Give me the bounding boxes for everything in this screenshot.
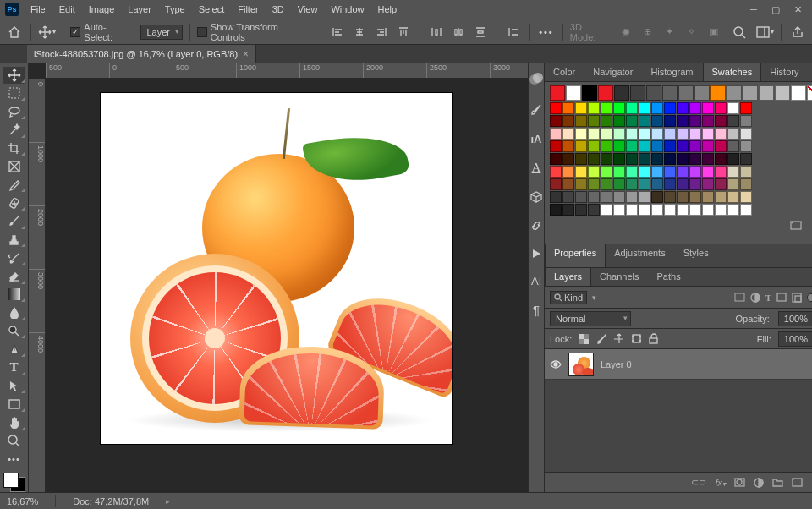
filter-adjust-icon[interactable] — [750, 293, 760, 303]
swatch[interactable] — [727, 166, 739, 178]
swatch[interactable] — [562, 178, 574, 190]
cube-dock-icon[interactable] — [529, 190, 543, 204]
swatch[interactable] — [639, 191, 650, 203]
workspace-icon[interactable]: ▾ — [755, 23, 774, 41]
swatch[interactable] — [550, 115, 562, 127]
distribute-center-icon[interactable] — [449, 23, 468, 41]
mask-icon[interactable] — [734, 478, 745, 487]
tab-navigator[interactable]: Navigator — [584, 63, 642, 81]
swatch[interactable] — [715, 178, 727, 190]
swatch[interactable] — [550, 85, 565, 101]
swatch[interactable] — [575, 191, 587, 203]
swatch[interactable] — [626, 128, 638, 140]
swatch[interactable] — [740, 140, 752, 152]
swatch[interactable] — [614, 85, 629, 101]
menu-window[interactable]: Window — [324, 2, 370, 17]
swatch[interactable] — [740, 128, 752, 140]
swatch[interactable] — [601, 153, 612, 165]
swatch[interactable] — [639, 102, 650, 114]
swatch[interactable] — [740, 191, 752, 203]
swatch[interactable] — [651, 153, 663, 165]
swatch[interactable] — [626, 204, 638, 216]
swatch[interactable] — [601, 128, 612, 140]
swatch[interactable] — [651, 166, 663, 178]
eyedropper-tool[interactable] — [3, 177, 25, 194]
swatch[interactable] — [613, 178, 625, 190]
layer-row[interactable]: Layer 0 — [545, 349, 812, 380]
swatch[interactable] — [740, 153, 752, 165]
tab-paths[interactable]: Paths — [649, 268, 690, 286]
swatch[interactable] — [639, 140, 650, 152]
swatch[interactable] — [715, 115, 727, 127]
align-dock-icon[interactable]: A| — [531, 275, 541, 287]
swatch[interactable] — [626, 102, 638, 114]
swatch[interactable] — [601, 178, 612, 190]
swatch[interactable] — [550, 204, 562, 216]
brush-dock-icon[interactable] — [529, 102, 544, 118]
paragraph-dock-icon[interactable]: ¶ — [533, 303, 540, 317]
swatch[interactable] — [601, 102, 612, 114]
swatch[interactable] — [702, 102, 714, 114]
swatch[interactable] — [664, 128, 676, 140]
swatch[interactable] — [550, 153, 562, 165]
swatch[interactable] — [613, 166, 625, 178]
lasso-tool[interactable] — [3, 103, 25, 120]
swatch[interactable] — [727, 128, 739, 140]
lock-trans-icon[interactable] — [579, 334, 589, 344]
swatch[interactable] — [639, 178, 650, 190]
auto-select-dropdown[interactable]: Layer — [140, 25, 183, 40]
swatch[interactable] — [702, 140, 714, 152]
filter-pixel-icon[interactable] — [734, 293, 745, 302]
swatch[interactable] — [689, 178, 701, 190]
swatch[interactable] — [562, 153, 574, 165]
glyphs-dock-icon[interactable]: ıA — [531, 133, 542, 145]
align-right-icon[interactable] — [372, 23, 391, 41]
swatch[interactable] — [575, 166, 587, 178]
swatch[interactable] — [613, 153, 625, 165]
new-layer-icon[interactable] — [792, 478, 803, 487]
layer-filter-kind[interactable]: Kind — [550, 291, 587, 304]
swatch[interactable] — [588, 140, 600, 152]
swatch[interactable] — [601, 191, 612, 203]
menu-file[interactable]: File — [24, 2, 52, 17]
swatch[interactable] — [662, 85, 678, 101]
swatch[interactable] — [715, 191, 727, 203]
menu-select[interactable]: Select — [192, 2, 232, 17]
swatch[interactable] — [575, 128, 587, 140]
close-icon[interactable]: × — [243, 48, 249, 60]
hand-tool[interactable] — [3, 414, 25, 431]
swatch[interactable] — [702, 153, 714, 165]
swatch[interactable] — [715, 153, 727, 165]
swatch[interactable] — [791, 85, 806, 101]
swatch[interactable] — [613, 128, 625, 140]
tab-color[interactable]: Color — [545, 63, 584, 81]
swatch[interactable] — [664, 166, 676, 178]
align-top-icon[interactable] — [394, 23, 413, 41]
canvas-area[interactable]: 500050010001500200025003000350040004500 … — [29, 63, 528, 492]
swatch[interactable] — [562, 140, 574, 152]
layer-thumbnail[interactable] — [568, 353, 594, 376]
zoom-tool[interactable] — [3, 433, 25, 450]
swatch[interactable] — [689, 115, 701, 127]
swatch[interactable] — [575, 204, 587, 216]
swatch[interactable] — [601, 204, 612, 216]
window-minimize[interactable]: ─ — [743, 2, 765, 17]
pen-tool[interactable] — [3, 341, 25, 358]
play-dock-icon[interactable] — [530, 248, 542, 260]
swatch[interactable] — [639, 153, 650, 165]
swatch[interactable] — [740, 102, 752, 114]
swatch[interactable] — [710, 85, 726, 101]
color-swatches[interactable] — [3, 473, 25, 492]
frame-tool[interactable] — [3, 158, 25, 175]
zoom-level[interactable]: 16,67% — [7, 496, 38, 506]
swatch[interactable] — [727, 140, 739, 152]
swatch[interactable] — [562, 166, 574, 178]
canvas[interactable] — [101, 93, 452, 444]
swatch[interactable] — [651, 128, 663, 140]
move-tool[interactable] — [3, 67, 25, 84]
menu-layer[interactable]: Layer — [121, 2, 158, 17]
lock-artboard-icon[interactable] — [631, 333, 642, 344]
swatch[interactable] — [689, 191, 701, 203]
swatch[interactable] — [598, 85, 613, 101]
swatch[interactable] — [630, 85, 645, 101]
